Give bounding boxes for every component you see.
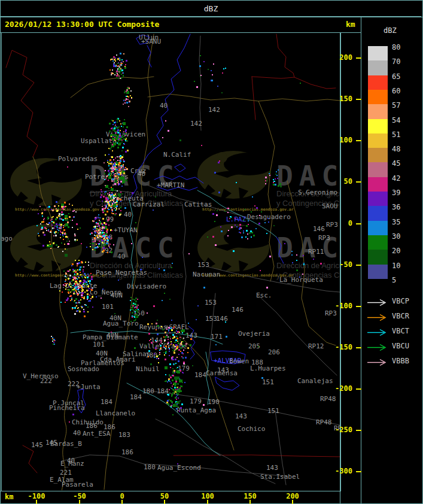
radar-echo [111,139,112,141]
radar-echo [118,126,120,127]
radar-echo [104,222,105,224]
map-label: 180 [142,387,154,395]
radar-echo [125,140,126,141]
radar-echo [243,230,244,232]
radar-echo [89,294,90,296]
radar-echo [65,232,66,233]
radar-echo [106,237,107,238]
radar-echo [176,399,177,400]
radar-echo [166,402,168,403]
radar-echo [44,227,46,229]
radar-echo [72,211,74,212]
map-label: 40 [138,170,145,178]
radar-echo [71,299,72,300]
radar-echo [56,244,57,246]
map-label: Llancanelo [96,409,135,417]
radar-echo [123,61,124,62]
radar-echo [86,290,88,292]
radar-echo [297,270,298,271]
radar-echo [99,233,101,235]
radar-echo [120,63,121,64]
radar-echo [160,340,162,341]
radar-echo [111,212,112,214]
scale-swatch-35 [368,221,388,235]
radar-echo [176,348,178,349]
radar-echo [114,162,115,163]
radar-echo [196,86,198,88]
radar-echo [224,211,226,212]
radar-echo [248,220,249,221]
radar-echo [51,209,52,210]
radar-echo [158,355,159,356]
radar-echo [119,135,120,136]
radar-echo [111,196,112,197]
radar-echo [100,229,101,230]
radar-echo [230,217,231,218]
radar-echo [41,212,43,214]
radar-echo [303,255,304,256]
scale-swatch-70 [368,60,388,75]
radar-echo [112,57,114,59]
radar-echo [90,273,92,274]
radar-echo [51,217,53,218]
radar-echo [107,175,108,176]
radar-echo [47,245,48,246]
scale-swatch-10 [368,265,388,279]
radar-echo [81,294,83,296]
radar-echo [243,220,244,221]
radar-echo [60,224,62,226]
radar-echo [136,304,138,306]
radar-echo [155,196,156,198]
radar-echo [169,349,170,350]
radar-echo [62,251,63,252]
radar-echo [104,210,105,212]
radar-echo [80,285,81,286]
radar-echo [36,225,38,226]
radar-echo [173,389,175,391]
radar-echo [52,210,54,211]
radar-echo [171,382,172,384]
radar-echo [56,226,57,227]
radar-echo [84,277,86,278]
radar-echo [136,309,138,311]
radar-echo [67,221,69,223]
radar-echo [116,169,117,170]
radar-echo [174,332,175,333]
radar-echo [183,363,185,365]
radar-echo [123,76,124,77]
radar-echo [50,244,51,245]
x-axis-label: 50 [150,492,179,500]
map-label: Pase_Negretas [96,269,147,277]
radar-echo [180,385,181,387]
radar-echo [98,237,99,238]
scale-label: 35 [392,218,416,226]
radar-echo [147,312,148,314]
vbcr-arrow-icon [367,312,388,321]
radar-echo [74,290,75,292]
radar-echo [171,320,172,321]
radar-echo [113,142,116,145]
radar-echo [182,332,183,333]
radar-echo [212,236,214,238]
map-label: Esc. [256,292,272,299]
radar-echo [78,288,79,289]
radar-echo [65,218,66,219]
radar-echo [96,244,97,245]
map-label: 171 [211,333,223,341]
radar-echo [160,345,162,347]
radar-echo [111,332,112,333]
radar-echo [101,239,103,241]
radar-echo [140,269,142,271]
radar-echo [77,283,78,284]
radar-echo [172,368,174,369]
radar-echo [75,298,77,300]
radar-echo [114,167,115,168]
radar-echo [252,196,253,198]
radar-echo [123,167,124,168]
radar-echo [176,403,178,405]
radar-echo [108,196,109,198]
radar-echo [54,340,55,341]
radar-echo [107,160,108,161]
radar-echo [71,297,72,299]
radar-echo [107,219,109,221]
